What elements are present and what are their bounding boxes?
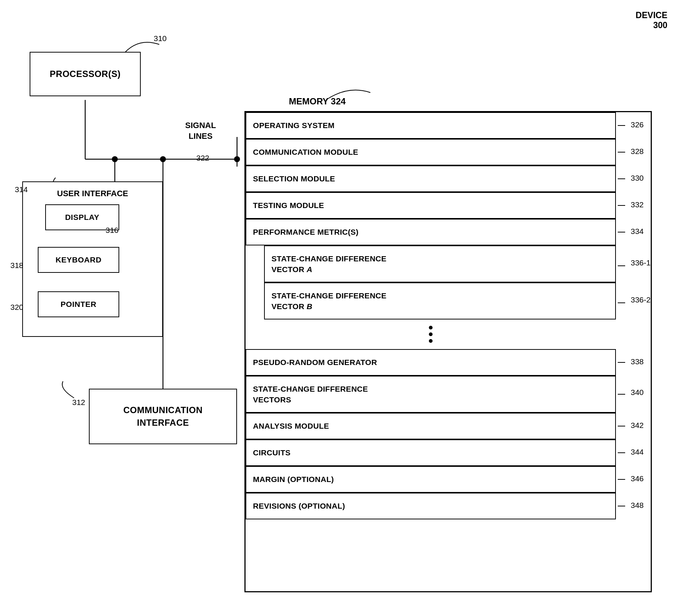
svg-point-7 bbox=[160, 156, 166, 162]
row-vector-a: STATE-CHANGE DIFFERENCE VECTOR A bbox=[264, 245, 616, 282]
row-state-change-vectors: STATE-CHANGE DIFFERENCE VECTORS bbox=[246, 376, 616, 413]
ref-322: 322 bbox=[196, 154, 209, 163]
row-analysis-module: ANALYSIS MODULE bbox=[246, 413, 616, 439]
ref-312: 312 bbox=[72, 398, 85, 407]
ref-310: 310 bbox=[154, 34, 167, 43]
ref-318: 318 bbox=[10, 261, 23, 270]
row-comm-module: COMMUNICATION MODULE bbox=[246, 139, 616, 165]
row-pseudo-random: PSEUDO-RANDOM GENERATOR bbox=[246, 349, 616, 376]
row-operating-system: OPERATING SYSTEM bbox=[246, 112, 616, 139]
signal-lines-label: SIGNAL LINES bbox=[185, 120, 216, 141]
row-selection-module: SELECTION MODULE bbox=[246, 165, 616, 192]
keyboard-box: KEYBOARD bbox=[38, 247, 119, 273]
svg-point-8 bbox=[234, 156, 240, 162]
memory-label: MEMORY 324 bbox=[289, 96, 346, 107]
ref-316: 316 bbox=[106, 226, 119, 235]
memory-container: OPERATING SYSTEM COMMUNICATION MODULE SE… bbox=[244, 111, 652, 592]
diagram: DEVICE 300 310 PROCESSOR(S) SIGNAL LINES… bbox=[0, 0, 697, 616]
ref-curves bbox=[616, 112, 653, 593]
row-circuits: CIRCUITS bbox=[246, 439, 616, 466]
user-interface-label: USER INTERFACE bbox=[23, 189, 162, 198]
svg-point-6 bbox=[112, 156, 118, 162]
comm-interface-box: COMMUNICATION INTERFACE bbox=[89, 389, 237, 444]
row-margin: MARGIN (OPTIONAL) bbox=[246, 466, 616, 493]
user-interface-box: USER INTERFACE DISPLAY KEYBOARD POINTER bbox=[22, 181, 163, 337]
row-vector-b: STATE-CHANGE DIFFERENCE VECTOR B bbox=[264, 282, 616, 319]
row-dots bbox=[246, 319, 616, 349]
row-revisions: REVISIONS (OPTIONAL) bbox=[246, 493, 616, 519]
ref-320: 320 bbox=[10, 303, 23, 312]
processor-box: PROCESSOR(S) bbox=[30, 52, 141, 96]
pointer-box: POINTER bbox=[38, 291, 119, 317]
row-performance-metrics: PERFORMANCE METRIC(S) bbox=[246, 219, 616, 245]
row-testing-module: TESTING MODULE bbox=[246, 192, 616, 219]
device-label: DEVICE 300 bbox=[636, 10, 667, 30]
ref-314: 314 bbox=[15, 185, 28, 194]
